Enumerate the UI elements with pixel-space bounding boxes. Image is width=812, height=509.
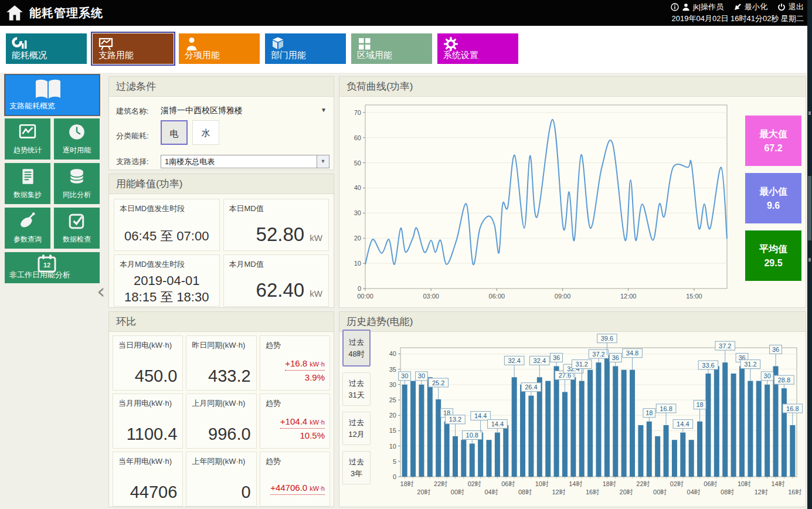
datetime-text: 2019年04月02日 16时41分02秒 星期二 <box>671 13 804 25</box>
card-label: 本日MD值发生时段 <box>120 203 185 214</box>
user-name[interactable]: jk|操作员 <box>693 1 723 13</box>
svg-text:00:00: 00:00 <box>357 293 373 300</box>
svg-text:20时: 20时 <box>417 488 430 496</box>
lastyear-usage-card: 上年同期(kW·h) 0 <box>186 452 256 507</box>
tab-past-48h[interactable]: 过去48时 <box>342 330 371 367</box>
svg-text:20: 20 <box>354 235 361 242</box>
database-icon <box>68 168 86 185</box>
nav-tab-label: 支路用能 <box>98 50 134 61</box>
select-dropdown-button[interactable]: ▼ <box>317 155 329 168</box>
svg-text:40: 40 <box>354 184 361 191</box>
nav-tab-system-settings[interactable]: 系统设置 <box>437 33 518 64</box>
month-trend-value: +104.4 kW·h <box>280 416 325 429</box>
nav-tab-branch-energy[interactable]: 支路用能 <box>93 33 174 64</box>
svg-text:06时: 06时 <box>501 480 515 487</box>
sidebar-item-yoy-analysis[interactable]: 同比分析 <box>54 163 100 204</box>
sidebar-item-label: 数据检查 <box>54 235 100 245</box>
chevron-down-icon[interactable]: ▼ <box>321 107 327 113</box>
month-md-period-value: 2019-04-0118:15 至 18:30 <box>114 273 219 305</box>
svg-text:08时: 08时 <box>518 488 532 496</box>
svg-text:14时: 14时 <box>771 480 784 487</box>
year-trend-value: +44706.0 kW·h <box>270 483 325 495</box>
svg-text:04时: 04时 <box>484 488 498 496</box>
svg-text:25.2: 25.2 <box>432 379 444 386</box>
scrollbar-thumb[interactable] <box>808 176 811 240</box>
tab-past-3y[interactable]: 过去3年 <box>342 451 371 484</box>
svg-text:39.6: 39.6 <box>601 335 613 342</box>
svg-text:14.4: 14.4 <box>491 420 504 427</box>
sidebar-item-label: 逐时用能 <box>54 145 100 155</box>
open-book-icon <box>32 78 64 101</box>
energy-option-water[interactable]: 水 <box>192 120 219 145</box>
tab-past-12m[interactable]: 过去12月 <box>342 412 371 445</box>
sidebar-item-label: 数据集抄 <box>5 190 50 200</box>
branch-select[interactable]: 1南楼东总电表 ▼ <box>161 155 329 168</box>
building-label: 建筑名称: <box>116 106 149 117</box>
svg-text:18: 18 <box>696 401 703 408</box>
energy-option-electric[interactable]: 电 <box>161 120 188 145</box>
svg-text:18时: 18时 <box>603 480 616 487</box>
vertical-scrollbar[interactable] <box>807 0 812 509</box>
nav-tab-area-energy[interactable]: 区域用能 <box>351 33 432 64</box>
svg-text:00时: 00时 <box>653 488 667 496</box>
day-md-value: 52.80 kW <box>256 223 322 246</box>
sidebar-item-data-collection[interactable]: 数据集抄 <box>5 163 50 204</box>
svg-text:02时: 02时 <box>468 480 481 487</box>
svg-text:09:00: 09:00 <box>555 293 571 300</box>
nav-tab-label: 区域用能 <box>357 50 392 61</box>
sidebar-item-label: 非工作日用能分析 <box>9 270 70 280</box>
energy-management-dashboard: 能耗管理系统 jk|操作员 最小化 退出 2019年04月02日 16 <box>0 0 812 509</box>
svg-text:15: 15 <box>389 427 396 434</box>
day-trend-percent: 3.9% <box>305 372 325 382</box>
home-icon[interactable] <box>6 5 23 21</box>
sidebar-item-hourly-energy[interactable]: 逐时用能 <box>54 118 100 160</box>
svg-text:12:00: 12:00 <box>620 293 637 300</box>
sidebar-collapse-chevron[interactable]: ‹ <box>97 279 105 303</box>
svg-text:12: 12 <box>43 262 50 269</box>
sidebar-item-branch-overview[interactable]: 支路能耗概览 <box>5 74 100 116</box>
svg-text:14.4: 14.4 <box>474 412 487 419</box>
svg-text:10: 10 <box>354 260 361 267</box>
svg-text:0: 0 <box>393 473 396 480</box>
sidebar-item-label: 趋势统计 <box>5 145 50 155</box>
user-icon <box>682 3 690 11</box>
svg-text:10时: 10时 <box>535 480 549 487</box>
lastmonth-usage-card: 上月同期(kW·h) 996.0 <box>186 393 256 449</box>
nav-tab-subitem-energy[interactable]: 分项用能 <box>179 33 260 64</box>
svg-text:25: 25 <box>389 396 396 403</box>
minimize-icon[interactable] <box>733 3 742 11</box>
month-md-value: 62.40 kW <box>256 279 322 301</box>
svg-text:20: 20 <box>389 412 396 419</box>
sidebar-item-trend-stats[interactable]: 趋势统计 <box>5 118 50 160</box>
sidebar-item-nonworkday-analysis[interactable]: 12 非工作日用能分析 <box>5 252 100 283</box>
info-icon[interactable] <box>671 3 679 11</box>
building-select[interactable]: 淄博一中西校区博雅楼 <box>161 106 243 116</box>
power-icon[interactable] <box>777 3 786 11</box>
nav-tab-energy-overview[interactable]: 能耗概况 <box>6 33 87 64</box>
svg-text:06时: 06时 <box>704 480 717 487</box>
svg-text:12时: 12时 <box>755 488 768 496</box>
year-usage-value: 44706 <box>130 483 178 502</box>
minimize-label[interactable]: 最小化 <box>745 1 767 13</box>
svg-text:0: 0 <box>358 285 361 292</box>
load-curve-panel: 负荷曲线(功率) 01020304050607000:0003:0006:000… <box>339 76 806 308</box>
sidebar-item-label: 支路能耗概览 <box>9 101 55 111</box>
sidebar-item-parameter-query[interactable]: 参数查询 <box>5 208 50 249</box>
svg-text:16.8: 16.8 <box>660 405 672 412</box>
today-usage-value: 450.0 <box>135 367 178 386</box>
tab-past-31d[interactable]: 过去31天 <box>342 372 371 406</box>
svg-text:35: 35 <box>389 366 396 373</box>
svg-text:06:00: 06:00 <box>489 293 505 300</box>
sidebar: 支路能耗概览 趋势统计 逐时用能 数据集抄 <box>5 74 100 283</box>
history-trend-title: 历史趋势(电能) <box>339 312 806 332</box>
svg-text:16.8: 16.8 <box>786 405 799 412</box>
svg-text:00时: 00时 <box>451 488 464 496</box>
satellite-dish-icon <box>19 212 36 230</box>
svg-text:32.4: 32.4 <box>508 357 520 364</box>
svg-text:40: 40 <box>389 350 396 357</box>
exit-label[interactable]: 退出 <box>789 1 804 13</box>
sidebar-item-data-check[interactable]: 数据检查 <box>54 208 100 249</box>
day-md-period-card: 本日MD值发生时段 06:45 至 07:00 <box>114 199 220 251</box>
svg-text:10时: 10时 <box>738 480 751 487</box>
nav-tab-department-energy[interactable]: 部门用能 <box>265 33 346 64</box>
